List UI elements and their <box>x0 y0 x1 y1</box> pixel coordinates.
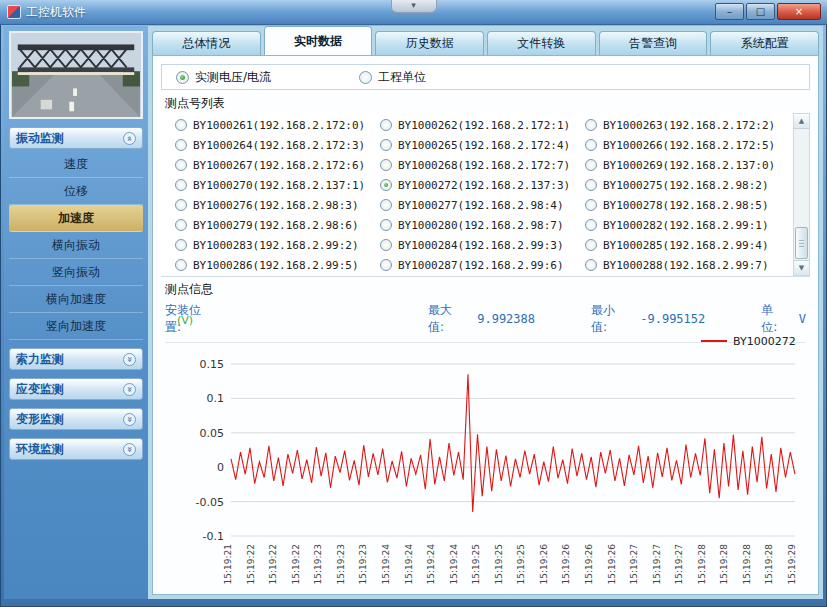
sidebar-group-环境监测[interactable]: 环境监测» <box>9 438 143 460</box>
expand-icon[interactable]: » <box>123 413 136 426</box>
point-option[interactable]: BY1000266(192.168.2.172:5) <box>585 139 790 152</box>
point-label: BY1000263(192.168.2.172:2) <box>603 119 775 132</box>
point-option[interactable]: BY1000276(192.168.2.98:3) <box>175 199 380 212</box>
point-option[interactable]: BY1000288(192.168.2.99:7) <box>585 259 790 272</box>
x-axis-tick: 15:19:22 <box>246 544 256 584</box>
window-controls: – □ × <box>715 3 821 20</box>
point-option[interactable]: BY1000262(192.168.2.172:1) <box>380 119 585 132</box>
point-label: BY1000284(192.168.2.99:3) <box>398 239 564 252</box>
collapse-icon[interactable]: » <box>123 132 136 145</box>
point-list-title: 测点号列表 <box>165 95 806 112</box>
point-label: BY1000282(192.168.2.99:1) <box>603 219 769 232</box>
minimize-button[interactable]: – <box>715 3 744 20</box>
expand-icon[interactable]: » <box>123 383 136 396</box>
point-option[interactable]: BY1000286(192.168.2.99:5) <box>175 259 380 272</box>
point-label: BY1000283(192.168.2.99:2) <box>193 239 359 252</box>
sidebar: 振动监测»速度位移加速度横向振动竖向振动横向加速度竖向加速度索力监测»应变监测»… <box>4 26 148 599</box>
sidebar-item-横向振动[interactable]: 横向振动 <box>9 232 143 259</box>
point-option[interactable]: BY1000269(192.168.2.137:0) <box>585 159 790 172</box>
maximize-button[interactable]: □ <box>746 3 775 20</box>
point-option[interactable]: BY1000287(192.168.2.99:6) <box>380 259 585 272</box>
radio-icon <box>175 119 187 131</box>
scrollbar-thumb[interactable] <box>795 227 808 259</box>
point-list-scrollbar[interactable]: ▲ ▼ <box>793 113 810 276</box>
sidebar-item-竖向振动[interactable]: 竖向振动 <box>9 259 143 286</box>
expand-icon[interactable]: » <box>123 353 136 366</box>
point-info-title: 测点信息 <box>165 281 806 298</box>
sidebar-item-速度[interactable]: 速度 <box>9 151 143 178</box>
y-axis-tick: 0.15 <box>200 358 225 371</box>
point-option[interactable]: BY1000265(192.168.2.172:4) <box>380 139 585 152</box>
radio-icon <box>175 219 187 231</box>
sidebar-group-变形监测[interactable]: 变形监测» <box>9 408 143 430</box>
bridge-photo-image <box>9 31 143 119</box>
scroll-up-icon[interactable]: ▲ <box>794 114 809 129</box>
x-axis-tick: 15:19:28 <box>742 544 752 585</box>
sidebar-item-位移[interactable]: 位移 <box>9 178 143 205</box>
titlebar-notch[interactable]: ▾ <box>391 0 437 13</box>
point-option[interactable]: BY1000261(192.168.2.172:0) <box>175 119 380 132</box>
point-option[interactable]: BY1000285(192.168.2.99:4) <box>585 239 790 252</box>
point-option[interactable]: BY1000284(192.168.2.99:3) <box>380 239 585 252</box>
point-option[interactable]: BY1000277(192.168.2.98:4) <box>380 199 585 212</box>
point-label: BY1000278(192.168.2.98:5) <box>603 199 769 212</box>
point-option[interactable]: BY1000272(192.168.2.137:3) <box>380 179 585 192</box>
x-axis-tick: 15:19:23 <box>336 544 346 584</box>
tab-系统配置[interactable]: 系统配置 <box>710 31 819 55</box>
radio-icon <box>585 179 597 191</box>
tab-告警查询[interactable]: 告警查询 <box>599 31 708 55</box>
x-axis-tick: 15:19:26 <box>539 544 549 585</box>
radio-icon <box>175 179 187 191</box>
titlebar[interactable]: 工控机软件 ▾ – □ × <box>0 0 827 25</box>
mode-option-工程单位[interactable]: 工程单位 <box>359 69 426 86</box>
point-label: BY1000264(192.168.2.172:3) <box>193 139 365 152</box>
sidebar-group-应变监测[interactable]: 应变监测» <box>9 378 143 400</box>
x-axis-tick: 15:19:24 <box>449 544 459 585</box>
sidebar-groups: 振动监测»速度位移加速度横向振动竖向振动横向加速度竖向加速度索力监测»应变监测»… <box>6 127 146 460</box>
point-option[interactable]: BY1000270(192.168.2.137:1) <box>175 179 380 192</box>
sidebar-item-加速度[interactable]: 加速度 <box>9 205 143 232</box>
x-axis-tick: 15:19:24 <box>381 544 391 585</box>
radio-icon <box>380 239 392 251</box>
radio-icon <box>585 199 597 211</box>
chevron-down-icon: ▾ <box>411 0 416 10</box>
point-option[interactable]: BY1000275(192.168.2.98:2) <box>585 179 790 192</box>
expand-icon[interactable]: » <box>123 443 136 456</box>
point-option[interactable]: BY1000280(192.168.2.98:7) <box>380 219 585 232</box>
tab-总体情况[interactable]: 总体情况 <box>152 31 261 55</box>
radio-icon <box>380 219 392 231</box>
x-axis-tick: 15:19:27 <box>652 544 662 584</box>
point-label: BY1000285(192.168.2.99:4) <box>603 239 769 252</box>
group-label: 变形监测 <box>16 411 64 428</box>
sidebar-item-竖向加速度[interactable]: 竖向加速度 <box>9 313 143 340</box>
point-option[interactable]: BY1000264(192.168.2.172:3) <box>175 139 380 152</box>
tab-文件转换[interactable]: 文件转换 <box>487 31 596 55</box>
realtime-chart: 0.150.10.050-0.05-0.115:19:2115:19:2215:… <box>161 310 810 592</box>
mode-option-实测电压/电流[interactable]: 实测电压/电流 <box>176 69 271 86</box>
close-button[interactable]: × <box>777 3 821 20</box>
point-option[interactable]: BY1000267(192.168.2.172:6) <box>175 159 380 172</box>
x-axis-tick: 15:19:26 <box>584 544 594 585</box>
point-option[interactable]: BY1000283(192.168.2.99:2) <box>175 239 380 252</box>
sidebar-group-索力监测[interactable]: 索力监测» <box>9 348 143 370</box>
y-axis-tick: -0.05 <box>196 496 224 509</box>
point-option[interactable]: BY1000278(192.168.2.98:5) <box>585 199 790 212</box>
tab-实时数据[interactable]: 实时数据 <box>264 26 373 55</box>
point-option[interactable]: BY1000268(192.168.2.172:7) <box>380 159 585 172</box>
point-option[interactable]: BY1000282(192.168.2.99:1) <box>585 219 790 232</box>
radio-icon <box>175 199 187 211</box>
x-axis-tick: 15:19:22 <box>291 544 301 584</box>
point-label: BY1000286(192.168.2.99:5) <box>193 259 359 272</box>
point-option[interactable]: BY1000279(192.168.2.98:6) <box>175 219 380 232</box>
chart-canvas: 0.150.10.050-0.05-0.115:19:2115:19:2215:… <box>161 310 810 593</box>
scroll-down-icon[interactable]: ▼ <box>794 260 809 275</box>
tab-历史数据[interactable]: 历史数据 <box>375 31 484 55</box>
radio-icon <box>380 159 392 171</box>
radio-icon <box>175 259 187 271</box>
sidebar-group-振动监测[interactable]: 振动监测» <box>9 127 143 149</box>
content-panel: 实测电压/电流工程单位 测点号列表 BY1000261(192.168.2.17… <box>152 55 819 595</box>
point-option[interactable]: BY1000263(192.168.2.172:2) <box>585 119 790 132</box>
window-title: 工控机软件 <box>26 4 86 21</box>
sidebar-item-横向加速度[interactable]: 横向加速度 <box>9 286 143 313</box>
point-label: BY1000272(192.168.2.137:3) <box>398 179 570 192</box>
